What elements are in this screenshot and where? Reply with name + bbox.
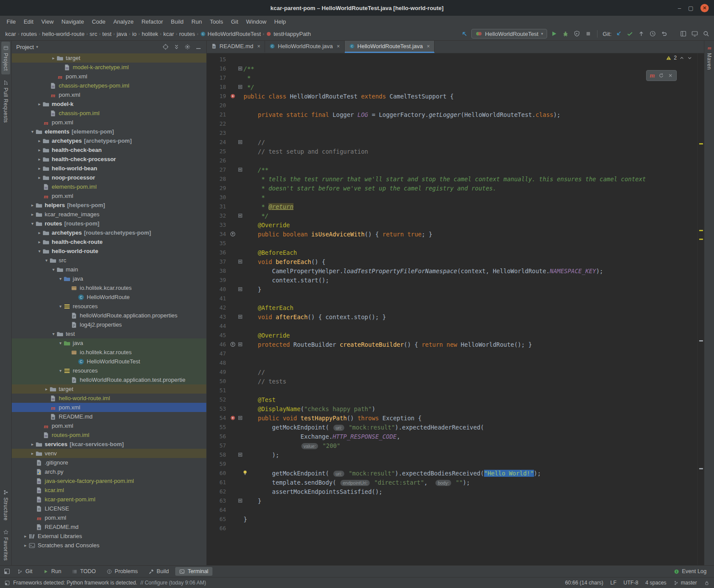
line-number[interactable]: 25 (207, 148, 229, 155)
line-number[interactable]: 49 (207, 369, 229, 375)
line-number[interactable]: 59 (207, 461, 229, 467)
tree-item-chassis-pom-iml[interactable]: chassis-pom.iml (12, 109, 206, 118)
line-number[interactable]: 55 (207, 424, 229, 430)
title-bar[interactable]: kcar-parent-pom – HelloWorldRouteTest.ja… (0, 0, 714, 16)
tree-item-io-holitek-kcar-routes[interactable]: io.holitek.kcar.routes (12, 348, 206, 357)
menu-code[interactable]: Code (88, 17, 110, 26)
line-number[interactable]: 31 (207, 203, 229, 210)
line-number[interactable]: 27 (207, 166, 229, 173)
menu-run[interactable]: Run (187, 17, 206, 26)
tree-item-kcar-iml[interactable]: kcar.iml (12, 486, 206, 495)
tree-item-model-k-archetype-iml[interactable]: model-k-archetype.iml (12, 63, 206, 72)
line-number[interactable]: 54 (207, 415, 229, 421)
chevron-down-icon[interactable]: ▾ (50, 331, 57, 336)
line-number[interactable]: 47 (207, 350, 229, 357)
menu-tools[interactable]: Tools (206, 17, 227, 26)
editor-tab-helloworldroute-java[interactable]: CHelloWorldRoute.java× (265, 41, 345, 53)
tree-item-elements[interactable]: ▾elements[elements-pom] (12, 127, 206, 136)
line-number[interactable]: 56 (207, 433, 229, 440)
tool-stripe-tab-project[interactable]: Project (1, 42, 10, 74)
menu-view[interactable]: View (37, 17, 57, 26)
dismiss-icon-slot[interactable] (668, 73, 673, 78)
breadcrumb-item-kcar[interactable]: kcar (4, 31, 17, 37)
tree-item-pom-xml[interactable]: mpom.xml (12, 403, 206, 412)
line-number[interactable]: 58 (207, 451, 229, 458)
chevron-right-icon[interactable]: ▸ (29, 203, 35, 208)
line-number[interactable]: 35 (207, 240, 229, 246)
hide-icon[interactable] (195, 43, 202, 50)
breadcrumb-item-io[interactable]: io (131, 31, 138, 37)
tree-item-external-libraries[interactable]: ▸External Libraries (12, 532, 206, 541)
line-number[interactable]: 52 (207, 396, 229, 403)
override-icon[interactable] (230, 342, 236, 347)
tree-item-services[interactable]: ▸services[kcar-services-bom] (12, 440, 206, 449)
tree-item-health-check-bean[interactable]: ▸health-check-bean (12, 145, 206, 155)
chevron-down-icon[interactable]: ▾ (50, 267, 57, 272)
tool-stripe-tab-maven[interactable]: mMaven (705, 42, 714, 74)
fold-marker-icon[interactable]: − (238, 260, 242, 264)
tree-item-archetypes[interactable]: ▸archetypes[routes-archetypes-pom] (12, 228, 206, 237)
line-number[interactable]: 44 (207, 323, 229, 329)
fold-marker-icon[interactable]: − (238, 67, 242, 70)
line-number[interactable]: 17 (207, 74, 229, 81)
editor-tab-readme-md[interactable]: MREADME.md× (207, 41, 265, 53)
line-ending[interactable]: LF (610, 580, 616, 586)
close-icon[interactable] (668, 73, 673, 78)
line-number[interactable]: 26 (207, 157, 229, 164)
refresh-icon[interactable] (658, 73, 664, 78)
commit-icon[interactable] (626, 30, 633, 37)
line-number[interactable]: 61 (207, 479, 229, 486)
breadcrumb-item-hello-world-route[interactable]: hello-world-route (41, 31, 85, 37)
line-number[interactable]: 39 (207, 277, 229, 283)
tree-item-target[interactable]: ▸target (12, 384, 206, 394)
chevron-down-icon[interactable]: ▾ (36, 249, 42, 254)
line-number[interactable]: 57 (207, 442, 229, 449)
tree-item-java[interactable]: ▾java (12, 274, 206, 283)
chevron-down-icon[interactable]: ▾ (57, 368, 64, 373)
error-stripe-mark[interactable] (699, 239, 703, 240)
line-number[interactable]: 60 (207, 470, 229, 476)
tree-item-pom-xml[interactable]: mpom.xml (12, 72, 206, 81)
line-number[interactable]: 34 (207, 231, 229, 237)
line-number[interactable]: 64 (207, 507, 229, 513)
update-icon[interactable] (615, 30, 622, 37)
tree-item-elements-pom-iml[interactable]: elements-pom.iml (12, 182, 206, 191)
line-number[interactable]: 43 (207, 313, 229, 320)
tree-item-resources[interactable]: ▾resources (12, 302, 206, 311)
minimize-button[interactable]: – (678, 5, 681, 11)
tree-item-kcar-parent-pom-iml[interactable]: kcar-parent-pom.iml (12, 495, 206, 504)
caret-position[interactable]: 60:66 (14 chars) (565, 580, 603, 586)
next-warning-icon-slot[interactable] (687, 55, 693, 61)
fold-marker-icon[interactable]: − (238, 499, 242, 503)
chevron-right-icon[interactable]: ▸ (36, 102, 42, 106)
tool-window-button-run[interactable]: Run (39, 567, 65, 576)
line-number[interactable]: 51 (207, 387, 229, 394)
tree-item-health-check-processor[interactable]: ▸health-check-processor (12, 155, 206, 164)
status-action[interactable]: // Configure (today 9:06 AM) (140, 580, 206, 586)
tree-item-arch-py[interactable]: arch.py (12, 467, 206, 476)
chev-down-icon[interactable] (687, 55, 693, 61)
line-number[interactable]: 28 (207, 176, 229, 182)
chevron-right-icon[interactable]: ▸ (29, 442, 35, 447)
chevron-right-icon[interactable]: ▸ (29, 212, 35, 217)
tree-item-target[interactable]: ▸target (12, 53, 206, 63)
tree-item-pom-xml[interactable]: mpom.xml (12, 90, 206, 99)
tree-item-src[interactable]: ▾src (12, 256, 206, 265)
settings-icon[interactable] (184, 43, 191, 50)
tree-item-hello-world-route[interactable]: ▾hello-world-route (12, 246, 206, 256)
line-number[interactable]: 62 (207, 488, 229, 495)
menu-file[interactable]: File (3, 17, 20, 26)
chevron-down-icon[interactable]: ▾ (57, 341, 64, 345)
tool-window-button-event-log[interactable]: Event Log (670, 567, 710, 576)
chevron-right-icon[interactable]: ▸ (36, 166, 42, 171)
tab-close-icon[interactable]: × (427, 43, 430, 49)
tab-close-icon[interactable]: × (257, 43, 260, 49)
chevron-down-icon[interactable]: ▾ (29, 221, 35, 226)
tree-item-health-check-route[interactable]: ▸health-check-route (12, 237, 206, 246)
chevron-down-icon[interactable]: ▾ (43, 258, 49, 263)
tool-stripe-tab-structure[interactable]: Structure (1, 486, 10, 524)
line-number[interactable]: 18 (207, 84, 229, 90)
editor[interactable]: 1516−/**17 *18− */19public class HelloWo… (207, 53, 704, 565)
tree-item-io-holitek-kcar-routes[interactable]: io.holitek.kcar.routes (12, 283, 206, 292)
line-number[interactable]: 37 (207, 258, 229, 265)
